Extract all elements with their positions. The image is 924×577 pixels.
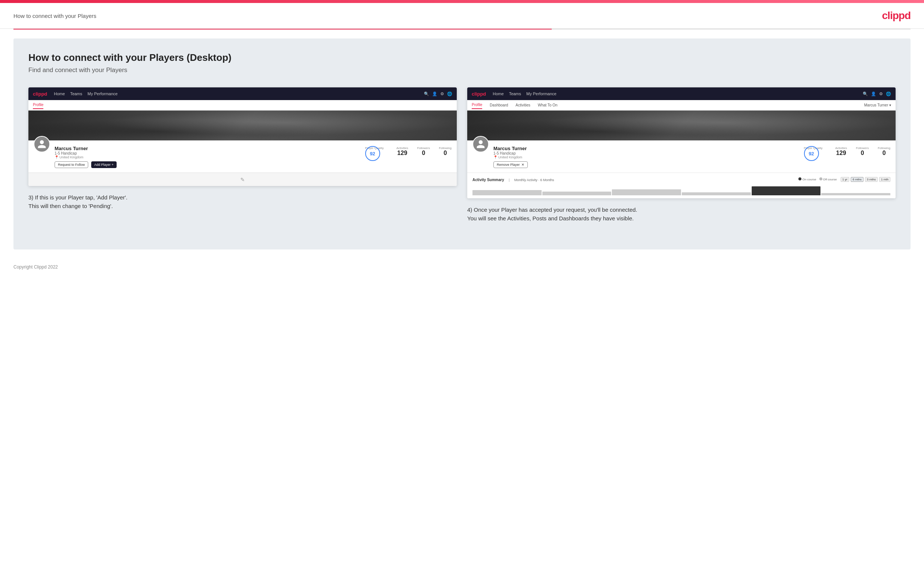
bar-3-4 [612, 189, 681, 195]
profile-stats-3: Player Quality 92 Activities 129 Followe… [365, 147, 452, 165]
activity-bars-4 [472, 185, 890, 195]
main-subtitle: Find and connect with your Players [28, 66, 896, 74]
nav-teams-4: Teams [509, 92, 521, 96]
page-title: How to connect with your Players [13, 13, 97, 19]
nav-myperformance-3: My Performance [87, 92, 118, 96]
profile-info-3: Marcus Turner 1-5 Handicap 📍 United King… [55, 146, 116, 168]
search-icon-4[interactable]: 🔍 [863, 92, 868, 96]
header: How to connect with your Players clippd [0, 3, 924, 29]
app-logo-4: clippd [472, 91, 486, 97]
app-cover-4 [467, 111, 896, 140]
add-player-button-3[interactable]: Add Player + [91, 161, 116, 168]
settings-icon-4[interactable]: ⚙ [879, 92, 883, 96]
legend-offcourse-4: Off course [819, 177, 837, 181]
mock-app-3: clippd Home Teams My Performance 🔍 👤 ⚙ 🌐 [28, 87, 457, 186]
app-profile-4: Marcus Turner 1-5 Handicap 📍 United King… [467, 140, 896, 172]
stat-followers-label-3: Followers [417, 147, 430, 150]
globe-icon-3[interactable]: 🌐 [447, 92, 452, 96]
subnav-whattoon-4[interactable]: What To On [538, 102, 558, 109]
nav-home-3: Home [54, 92, 65, 96]
subnav-activities-4[interactable]: Activities [515, 102, 530, 109]
stat-followers-4: Followers 0 [856, 147, 869, 165]
stat-following-label-3: Following [439, 147, 452, 150]
screenshot-col-4: clippd Home Teams My Performance 🔍 👤 ⚙ 🌐 [467, 87, 896, 222]
legend-oncourse-4: On course [798, 177, 816, 181]
remove-x-icon-4: ✕ [522, 163, 524, 166]
legend-oncourse-dot-4 [798, 177, 801, 181]
filter-1mth-4[interactable]: 1 mth [879, 177, 890, 182]
stat-followers-3: Followers 0 [417, 147, 430, 165]
profile-handicap-3: 1-5 Handicap [55, 151, 116, 155]
profile-handicap-4: 1-5 Handicap [493, 151, 528, 155]
main-title: How to connect with your Players (Deskto… [28, 52, 896, 63]
app-nav-icons-3: 🔍 👤 ⚙ 🌐 [424, 92, 452, 96]
bar-6-4 [821, 193, 890, 195]
profile-location-4: 📍 United Kingdom [493, 155, 528, 159]
app-nav-links-4: Home Teams My Performance [493, 92, 863, 96]
app-nav-3: clippd Home Teams My Performance 🔍 👤 ⚙ 🌐 [28, 87, 457, 100]
stat-quality-4: Player Quality 92 [804, 147, 823, 165]
request-follow-button-3[interactable]: Request to Follow [55, 161, 88, 168]
globe-icon-4[interactable]: 🌐 [886, 92, 891, 96]
stat-activities-label-4: Activities [835, 147, 847, 150]
pencil-icon-3: ✎ [240, 177, 245, 183]
cover-texture-3 [28, 111, 457, 140]
profile-buttons-3: Request to Follow Add Player + [55, 161, 116, 168]
stat-following-label-4: Following [878, 147, 890, 150]
subnav-user-right-4[interactable]: Marcus Turner ▾ [864, 103, 891, 107]
nav-myperformance-4: My Performance [526, 92, 557, 96]
activity-separator-4: | [509, 178, 509, 182]
activity-header-4: Activity Summary | Monthly Activity · 6 … [472, 176, 890, 183]
stat-following-4: Following 0 [878, 147, 890, 165]
settings-icon-3[interactable]: ⚙ [440, 92, 444, 96]
bar-2-4 [542, 192, 612, 195]
app-nav-icons-4: 🔍 👤 ⚙ 🌐 [863, 92, 891, 96]
top-accent-bar [0, 0, 924, 3]
activity-titles-4: Activity Summary | Monthly Activity · 6 … [472, 176, 554, 183]
screenshots-row: clippd Home Teams My Performance 🔍 👤 ⚙ 🌐 [28, 87, 896, 222]
filter-6mths-4[interactable]: 6 mths [851, 177, 863, 182]
profile-location-3: 📍 United Kingdom [55, 155, 116, 159]
user-icon-3[interactable]: 👤 [432, 92, 437, 96]
bar-5-4 [752, 186, 821, 195]
stat-followers-value-4: 0 [856, 150, 869, 156]
profile-name-3: Marcus Turner [55, 146, 116, 151]
avatar-icon-4 [476, 139, 486, 149]
app-profile-3: Marcus Turner 1-5 Handicap 📍 United King… [28, 140, 457, 172]
activity-subtitle-4: Monthly Activity · 6 Months [514, 178, 554, 182]
header-divider [13, 29, 911, 29]
subnav-profile-3[interactable]: Profile [33, 101, 44, 109]
screenshot-col-3: clippd Home Teams My Performance 🔍 👤 ⚙ 🌐 [28, 87, 457, 222]
stat-following-3: Following 0 [439, 147, 452, 165]
profile-info-4: Marcus Turner 1-5 Handicap 📍 United King… [493, 146, 528, 168]
app-logo-3: clippd [33, 91, 47, 97]
avatar-4 [472, 136, 489, 152]
subnav-profile-4[interactable]: Profile [472, 101, 482, 109]
bar-4-4 [682, 192, 751, 195]
stat-activities-3: Activities 129 [396, 147, 408, 165]
user-icon-4[interactable]: 👤 [871, 92, 876, 96]
cover-texture-4 [467, 111, 896, 140]
footer: Copyright Clippd 2022 [0, 258, 924, 276]
filter-1yr-4[interactable]: 1 yr [841, 177, 849, 182]
stat-following-value-3: 0 [439, 150, 452, 156]
stat-activities-value-3: 129 [396, 150, 408, 156]
quality-circle-4: 92 [804, 146, 819, 161]
copyright-text: Copyright Clippd 2022 [13, 264, 58, 270]
stat-quality-3: Player Quality 92 [365, 147, 384, 165]
location-pin-icon-4: 📍 [493, 155, 498, 159]
app-nav-links-3: Home Teams My Performance [54, 92, 424, 96]
filter-3mths-4[interactable]: 3 mths [865, 177, 878, 182]
stat-followers-value-3: 0 [417, 150, 430, 156]
stat-activities-label-3: Activities [396, 147, 408, 150]
mock-app-4: clippd Home Teams My Performance 🔍 👤 ⚙ 🌐 [467, 87, 896, 198]
app-subnav-4: Profile Dashboard Activities What To On … [467, 100, 896, 111]
stat-activities-4: Activities 129 [835, 147, 847, 165]
subnav-dashboard-4[interactable]: Dashboard [489, 102, 508, 109]
search-icon-3[interactable]: 🔍 [424, 92, 429, 96]
stat-followers-label-4: Followers [856, 147, 869, 150]
remove-player-button-4[interactable]: Remove Player ✕ [493, 161, 528, 168]
activity-controls-4: On course Off course 1 yr 6 mths 3 [798, 177, 890, 182]
quality-circle-3: 92 [365, 146, 380, 161]
avatar-icon-3 [37, 139, 47, 149]
